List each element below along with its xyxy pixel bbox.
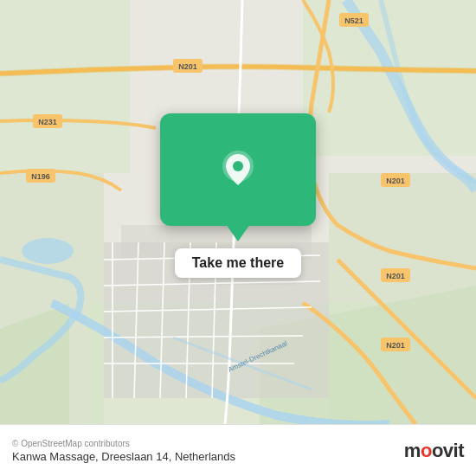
svg-rect-1	[0, 0, 130, 173]
svg-point-39	[233, 161, 243, 171]
location-address: Kanwa Massage, Dreeslaan 14, Netherlands	[12, 450, 235, 463]
footer: © OpenStreetMap contributors Kanwa Massa…	[0, 424, 476, 476]
svg-text:N521: N521	[344, 16, 363, 25]
footer-info: © OpenStreetMap contributors Kanwa Massa…	[12, 439, 235, 463]
svg-text:N201: N201	[178, 62, 197, 71]
moovit-logo: moovit	[404, 440, 464, 462]
svg-text:N201: N201	[386, 177, 405, 185]
svg-point-10	[22, 238, 74, 264]
map-view: N521 N201 N231 N196 N201 N201 N201 Uitho…	[0, 0, 476, 424]
location-pin-icon	[217, 149, 259, 190]
popup-bubble	[160, 113, 316, 226]
moovit-logo-text: moovit	[404, 440, 464, 462]
svg-text:N201: N201	[386, 341, 405, 350]
location-popup: Take me there	[160, 113, 316, 278]
svg-text:N196: N196	[31, 172, 50, 181]
svg-text:N231: N231	[38, 118, 57, 126]
take-me-there-button[interactable]: Take me there	[175, 248, 301, 278]
copyright-text: © OpenStreetMap contributors	[12, 439, 235, 448]
svg-text:N201: N201	[386, 272, 405, 280]
moovit-accent: o	[421, 440, 432, 461]
